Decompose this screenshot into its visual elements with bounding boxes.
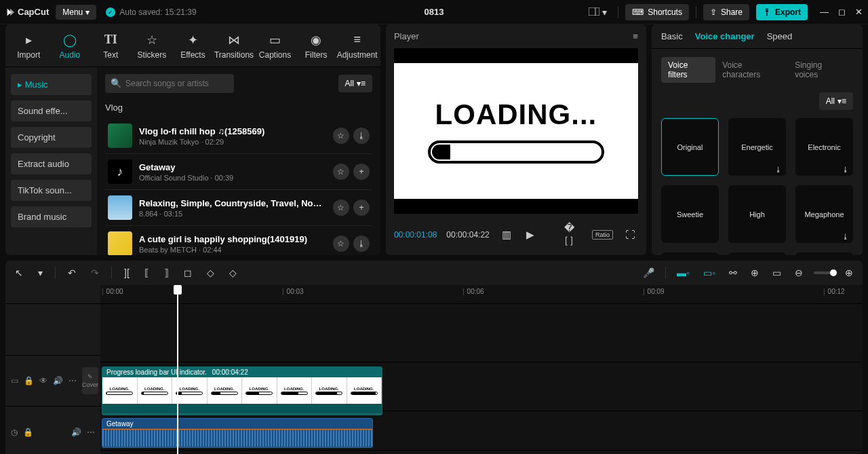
lock-icon[interactable]: 🔒 — [24, 376, 34, 385]
favorite-button[interactable]: ☆ — [333, 164, 349, 180]
playhead[interactable] — [177, 285, 178, 454]
audio-track[interactable]: Getaway — [100, 411, 863, 451]
subtab-singing-voices[interactable]: Singing voices — [788, 57, 853, 83]
track-item[interactable]: Relaxing, Simple, Countryside, Travel, N… — [105, 190, 372, 226]
search-input[interactable] — [105, 74, 234, 93]
magnet-button[interactable]: ▬◦ — [674, 265, 692, 280]
tab-basic[interactable]: Basic — [661, 31, 683, 41]
pointer-tool[interactable]: ↖ — [12, 265, 26, 280]
clock-icon[interactable]: ◷ — [11, 428, 18, 437]
timeline-ruler[interactable]: 00:00 00:03 00:06 00:09 00:12 — [100, 285, 863, 304]
section-title: Vlog — [105, 102, 372, 113]
sidebar-item-sound-effects[interactable]: Sound effe... — [11, 100, 92, 121]
sidebar-item-music[interactable]: ▸ Music — [11, 74, 92, 95]
export-button[interactable]: ⭱Export — [756, 4, 808, 20]
download-button[interactable]: ⭳ — [353, 235, 370, 252]
shortcuts-button[interactable]: ⌨Shortcuts — [625, 4, 689, 20]
pointer-dropdown[interactable]: ▾ — [35, 265, 45, 280]
tab-text[interactable]: TIText — [90, 30, 132, 67]
tab-captions[interactable]: ▭Captions — [254, 30, 296, 67]
video-track-head: ▭ 🔒 👁 🔊 ⋯ ✎Cover — [5, 356, 100, 407]
subtab-voice-characters[interactable]: Voice characters — [715, 57, 788, 83]
audio-clip[interactable]: Getaway — [102, 418, 373, 448]
tab-transitions[interactable]: ⋈Transitions — [214, 30, 255, 67]
tab-import[interactable]: ▸Import — [8, 30, 50, 67]
voice-item-original[interactable]: Original — [661, 118, 719, 176]
add-button[interactable]: + — [353, 164, 370, 180]
tab-audio[interactable]: ◯Audio — [50, 30, 91, 67]
tab-stickers[interactable]: ☆Stickers — [132, 30, 173, 67]
minimize-button[interactable]: — — [820, 7, 829, 17]
voice-filter-all-button[interactable]: All ▾≡ — [819, 92, 853, 110]
voice-item-low-batter-[interactable]: Low Batter... — [728, 252, 786, 255]
voice-item-electronic[interactable]: Electronic⭳ — [795, 118, 853, 176]
timeline-body[interactable]: 00:00 00:03 00:06 00:09 00:12 Progress l… — [100, 285, 863, 454]
collapse-icon[interactable]: ▭ — [11, 376, 18, 385]
lock-icon[interactable]: 🔒 — [23, 428, 33, 437]
sidebar-item-tiktok-sounds[interactable]: TikTok soun... — [11, 180, 92, 201]
tab-adjustment[interactable]: ≡Adjustment — [336, 30, 378, 67]
share-button[interactable]: ⇪Share — [703, 4, 749, 20]
trim-right-button[interactable]: ⟧ — [161, 265, 172, 280]
zoom-out-button[interactable]: ⊖ — [792, 265, 806, 280]
player-canvas[interactable]: LOADING... — [394, 48, 638, 214]
more-icon[interactable]: ⋯ — [68, 376, 77, 385]
scan-button[interactable]: �［］ — [556, 221, 583, 248]
video-track[interactable]: Progress loading bar UI indicator.00:00:… — [100, 362, 863, 411]
close-button[interactable]: ✕ — [855, 7, 863, 17]
ratio-button[interactable]: Ratio — [592, 230, 613, 240]
link-button[interactable]: ⚯ — [726, 265, 740, 280]
favorite-button[interactable]: ☆ — [333, 128, 349, 144]
voice-item-low[interactable]: Low — [661, 252, 719, 255]
zoom-in-button[interactable]: ⊕ — [842, 265, 856, 280]
filter-all-button[interactable]: All ▾≡ — [338, 75, 372, 92]
track-item[interactable]: ♪ Getaway Official Sound Studio · 00:39 … — [105, 154, 372, 190]
tab-effects[interactable]: ✦Effects — [172, 30, 214, 67]
undo-button[interactable]: ↶ — [65, 265, 79, 280]
mute-icon[interactable]: 🔊 — [71, 428, 81, 437]
favorite-button[interactable]: ☆ — [333, 200, 349, 216]
subtab-voice-filters[interactable]: Voice filters — [661, 57, 715, 83]
video-clip[interactable]: Progress loading bar UI indicator.00:00:… — [102, 366, 382, 415]
more-icon[interactable]: ⋯ — [87, 428, 95, 437]
tab-speed[interactable]: Speed — [767, 31, 793, 41]
download-icon: ⭳ — [775, 166, 782, 173]
voice-item-high[interactable]: High — [728, 185, 786, 243]
tab-voice-changer[interactable]: Voice changer — [695, 31, 755, 41]
link-preview-button[interactable]: ▭◦ — [701, 265, 718, 280]
fullscreen-button[interactable]: ⛶ — [623, 227, 638, 242]
tab-filters[interactable]: ◉Filters — [296, 30, 337, 67]
split-button[interactable]: ]​[ — [121, 265, 132, 280]
trim-left-button[interactable]: ⟦ — [142, 265, 152, 280]
favorite-button[interactable]: ☆ — [333, 235, 349, 252]
track-item[interactable]: A cute girl is happily shopping(1401919)… — [105, 226, 372, 255]
voice-item-vinyl[interactable]: Vinyl — [795, 252, 853, 255]
sidebar-item-copyright[interactable]: Copyright — [11, 127, 92, 148]
track-item[interactable]: Vlog lo-fi chill hop ♫(1258569) Ninja Mu… — [105, 118, 372, 154]
maximize-button[interactable]: ◻ — [838, 7, 846, 17]
mute-icon[interactable]: 🔊 — [53, 376, 63, 385]
play-button[interactable]: ▶ — [524, 227, 537, 242]
marker-button[interactable]: ◇ — [226, 265, 239, 280]
menu-button[interactable]: Menu▾ — [56, 5, 96, 20]
sidebar-item-brand-music[interactable]: Brand music — [11, 206, 92, 227]
voice-item-sweetie[interactable]: Sweetie — [661, 185, 719, 243]
eye-icon[interactable]: 👁 — [39, 376, 47, 385]
redo-button[interactable]: ↷ — [88, 265, 102, 280]
preview-button[interactable]: ▭ — [770, 265, 784, 280]
cover-button[interactable]: ✎Cover — [82, 367, 98, 394]
align-button[interactable]: ⊕ — [748, 265, 762, 280]
marker-in-button[interactable]: ◇ — [204, 265, 217, 280]
zoom-slider[interactable] — [814, 271, 834, 274]
sidebar-item-extract-audio[interactable]: Extract audio — [11, 153, 92, 174]
player-menu-icon[interactable]: ≡ — [633, 31, 638, 41]
mic-button[interactable]: 🎤 — [640, 265, 657, 280]
voice-item-energetic[interactable]: Energetic⭳ — [728, 118, 786, 176]
crop-button[interactable]: ◻ — [181, 265, 195, 280]
voice-item-megaphone[interactable]: Megaphone⭳ — [795, 185, 853, 243]
add-button[interactable]: + — [353, 200, 370, 216]
download-button[interactable]: ⭳ — [353, 128, 370, 144]
spacer-track[interactable] — [100, 304, 863, 362]
layout-button[interactable]: ▾ — [585, 4, 611, 20]
compare-button[interactable]: ▥ — [499, 227, 514, 242]
